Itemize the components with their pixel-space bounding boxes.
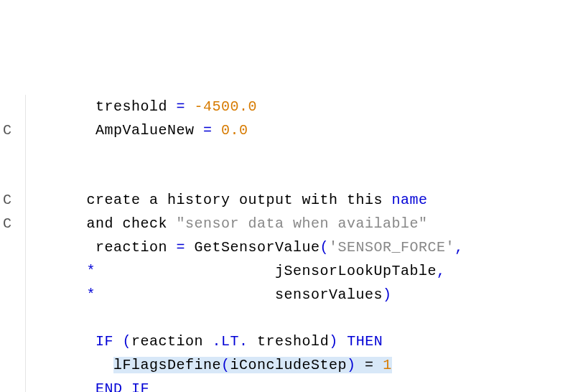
code-token: "sensor data when available": [177, 215, 428, 232]
code-line[interactable]: * jSensorLookUpTable,: [0, 259, 583, 283]
code-token: AmpValueNew: [42, 122, 203, 139]
code-token: ): [347, 357, 356, 373]
code-line[interactable]: [0, 165, 583, 188]
code-line[interactable]: C create a history output with this name: [0, 188, 583, 212]
code-token: [42, 333, 95, 350]
code-token: [213, 122, 222, 139]
code-token: GetSensorValue: [185, 239, 320, 256]
code-token: *: [87, 286, 96, 303]
code-line[interactable]: C AmpValueNew = 0.0: [0, 118, 583, 142]
code-token: name: [392, 192, 428, 208]
code-token: reaction: [42, 239, 177, 256]
line-margin: C: [0, 188, 42, 212]
code-token: [42, 286, 87, 303]
code-token: [185, 98, 195, 115]
line-margin: [0, 142, 42, 165]
code-line[interactable]: [0, 307, 583, 330]
code-token: [42, 357, 113, 373]
code-token: 0.0: [221, 122, 248, 139]
code-token: =: [177, 98, 186, 115]
line-margin: [0, 165, 42, 188]
code-token: jSensorLookUpTable: [95, 263, 437, 279]
code-token: IF: [95, 333, 113, 350]
line-content[interactable]: and check "sensor data when available": [42, 212, 428, 235]
code-token: THEN: [347, 333, 383, 350]
code-token: [338, 333, 348, 350]
line-margin: [0, 259, 42, 283]
code-line[interactable]: IF (reaction .LT. treshold) THEN: [0, 330, 583, 353]
code-token: -4500.0: [195, 98, 258, 115]
line-margin: [0, 353, 42, 377]
line-content[interactable]: AmpValueNew = 0.0: [42, 118, 248, 142]
code-token: 1: [383, 357, 392, 373]
code-token: sensorValues: [95, 286, 383, 303]
code-line[interactable]: reaction = GetSensorValue('SENSOR_FORCE'…: [0, 235, 583, 259]
code-token: =: [356, 357, 383, 373]
line-margin: [0, 283, 42, 307]
line-content[interactable]: treshold = -4500.0: [42, 95, 257, 118]
line-content[interactable]: create a history output with this name: [42, 188, 428, 212]
code-token: ): [329, 333, 338, 350]
code-token: [42, 263, 87, 279]
code-token: 'SENSOR_FORCE': [329, 239, 454, 256]
line-margin: [0, 377, 42, 392]
code-token: END IF: [95, 381, 149, 392]
code-line[interactable]: lFlagsDefine(iConcludeStep) = 1: [0, 353, 583, 377]
code-token: *: [87, 263, 96, 279]
code-token: =: [177, 239, 186, 256]
code-token: iConcludeStep: [230, 357, 348, 373]
code-line[interactable]: * sensorValues): [0, 283, 583, 307]
code-token: (: [221, 357, 230, 373]
code-token: create a history output with this: [42, 192, 392, 208]
code-editor[interactable]: treshold = -4500.0C AmpValueNew = 0.0C c…: [0, 95, 583, 392]
code-token: (: [123, 333, 132, 350]
code-token: [42, 381, 95, 392]
code-token: .LT.: [213, 333, 248, 350]
line-margin: [0, 330, 42, 353]
line-margin: C: [0, 118, 42, 142]
code-token: ,: [437, 263, 446, 279]
line-margin: [0, 95, 42, 118]
code-token: reaction: [131, 333, 213, 350]
code-token: treshold: [248, 333, 330, 350]
code-token: ): [383, 286, 392, 303]
code-token: =: [203, 122, 213, 139]
code-token: treshold: [42, 98, 177, 115]
code-line[interactable]: treshold = -4500.0: [0, 95, 583, 118]
line-content[interactable]: IF (reaction .LT. treshold) THEN: [42, 330, 383, 353]
code-token: and check: [42, 215, 177, 232]
code-line[interactable]: [0, 142, 583, 165]
line-content[interactable]: lFlagsDefine(iConcludeStep) = 1: [42, 353, 392, 377]
line-margin: [0, 235, 42, 259]
code-token: [113, 333, 123, 350]
code-line[interactable]: C and check "sensor data when available": [0, 212, 583, 235]
code-token: lFlagsDefine: [113, 357, 221, 373]
line-content[interactable]: * jSensorLookUpTable,: [42, 259, 446, 283]
line-margin: C: [0, 212, 42, 235]
line-margin: [0, 307, 42, 330]
line-content[interactable]: reaction = GetSensorValue('SENSOR_FORCE'…: [42, 235, 464, 259]
line-content[interactable]: END IF: [42, 377, 149, 392]
line-content[interactable]: * sensorValues): [42, 283, 392, 307]
code-token: ,: [454, 239, 464, 256]
code-token: (: [320, 239, 330, 256]
code-line[interactable]: END IF: [0, 377, 583, 392]
